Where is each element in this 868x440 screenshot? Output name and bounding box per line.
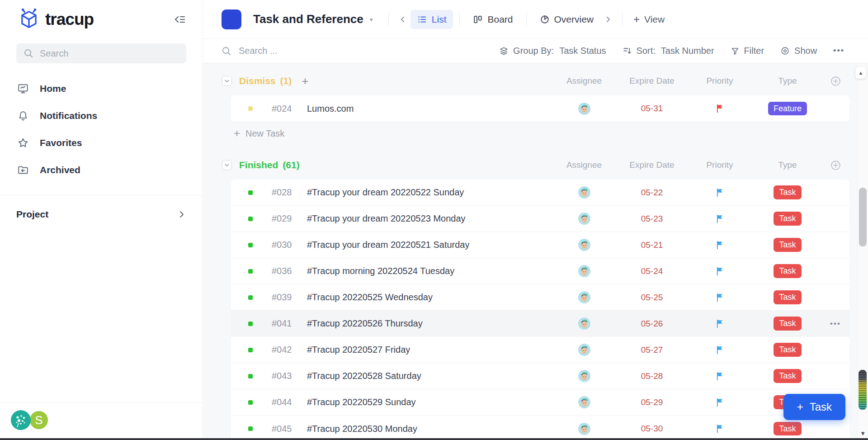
priority-flag-icon[interactable] bbox=[686, 424, 754, 433]
task-row[interactable]: #039 #Tracup 20220525 Wednesday 05-25 Ta… bbox=[231, 284, 849, 311]
group-name[interactable]: Dismiss bbox=[239, 76, 276, 86]
sidebar-item-notifications[interactable]: Notifications bbox=[0, 102, 203, 129]
task-group: Dismiss (1) + AssigneeExpire DatePriorit… bbox=[222, 72, 849, 156]
user-avatar[interactable]: S bbox=[29, 410, 49, 430]
priority-flag-icon[interactable] bbox=[686, 104, 754, 113]
task-row[interactable]: #036 #Tracup morning 20220524 Tuesday 05… bbox=[231, 258, 849, 284]
priority-flag-icon[interactable] bbox=[686, 293, 754, 302]
sidebar-item-label: Favorites bbox=[40, 137, 82, 148]
column-header[interactable]: Priority bbox=[686, 160, 754, 170]
task-title: #Tracup 20220525 Wednesday bbox=[307, 292, 550, 303]
priority-flag-icon[interactable] bbox=[686, 345, 754, 355]
task-title: #Tracup morning 20220524 Tuesday bbox=[307, 266, 550, 276]
collapse-sidebar-icon[interactable] bbox=[174, 14, 186, 25]
task-search-input[interactable] bbox=[238, 45, 373, 57]
sidebar-item-archived[interactable]: Archived bbox=[0, 156, 203, 184]
chevron-down-icon[interactable]: ▾ bbox=[370, 16, 373, 23]
group-name[interactable]: Finished bbox=[239, 160, 278, 170]
topbar: Task and Reference ▾ List Board bbox=[203, 0, 868, 39]
scrollbar-thumb[interactable] bbox=[859, 188, 867, 246]
group-collapse-toggle[interactable] bbox=[222, 160, 232, 170]
tabs-scroll-right-button[interactable] bbox=[600, 15, 616, 24]
task-row[interactable]: #030 #Tracup your dream 20220521 Saturda… bbox=[231, 232, 849, 258]
group-collapse-toggle[interactable] bbox=[222, 76, 232, 86]
status-dot bbox=[248, 426, 253, 431]
sidebar-search[interactable] bbox=[16, 43, 186, 63]
column-header[interactable]: Assignee bbox=[550, 160, 618, 170]
assignee-avatar[interactable] bbox=[550, 213, 618, 225]
column-header[interactable]: Type bbox=[754, 76, 821, 86]
column-header[interactable]: Priority bbox=[686, 76, 754, 86]
task-search[interactable] bbox=[222, 45, 373, 57]
row-more-button[interactable]: ••• bbox=[821, 319, 849, 328]
filter-control[interactable]: Filter bbox=[731, 46, 764, 56]
column-header[interactable]: Assignee bbox=[550, 76, 618, 86]
type-badge: Task bbox=[774, 422, 801, 436]
scrollbar-marker-thumb[interactable] bbox=[859, 370, 867, 410]
task-row[interactable]: #043 #Tracup 20220528 Saturday 05-28 Tas… bbox=[231, 363, 849, 389]
priority-flag-icon[interactable] bbox=[686, 241, 754, 250]
task-row[interactable]: #029 #Tracup your dream 20220523 Monday … bbox=[231, 206, 849, 232]
scroll-up-button[interactable]: ▲ bbox=[855, 67, 866, 79]
task-row[interactable]: #041 #Tracup 20220526 Thursday 05-26 Tas… bbox=[231, 311, 849, 337]
priority-flag-icon[interactable] bbox=[686, 398, 754, 407]
priority-flag-icon[interactable] bbox=[686, 188, 754, 197]
priority-flag-icon[interactable] bbox=[686, 214, 754, 223]
priority-flag-icon[interactable] bbox=[686, 372, 754, 381]
tab-board[interactable]: Board bbox=[466, 10, 519, 29]
assignee-avatar[interactable] bbox=[550, 265, 618, 277]
assignee-avatar[interactable] bbox=[550, 344, 618, 356]
plus-icon: + bbox=[633, 14, 640, 25]
group-by-control[interactable]: Group By: Task Status bbox=[499, 46, 606, 56]
add-column-button[interactable] bbox=[830, 160, 841, 170]
assignee-avatar[interactable] bbox=[550, 423, 618, 435]
task-list-content: Dismiss (1) + AssigneeExpire DatePriorit… bbox=[203, 64, 857, 438]
task-id: #039 bbox=[272, 292, 299, 303]
tabs-scroll-left-button[interactable] bbox=[395, 15, 410, 24]
group-add-task-button[interactable]: + bbox=[302, 75, 308, 87]
expire-date: 05-25 bbox=[618, 293, 686, 303]
assignee-avatar[interactable] bbox=[550, 186, 618, 199]
assignee-avatar[interactable] bbox=[550, 103, 618, 115]
tab-list[interactable]: List bbox=[410, 10, 453, 29]
organization-avatar[interactable] bbox=[11, 410, 31, 430]
task-row[interactable]: #028 #Tracup your dream 20220522 Sunday … bbox=[231, 180, 849, 206]
tab-overview[interactable]: Overview bbox=[533, 10, 601, 29]
priority-flag-icon[interactable] bbox=[686, 319, 754, 328]
add-view-button[interactable]: + View bbox=[629, 14, 669, 25]
add-column-button[interactable] bbox=[830, 76, 841, 86]
show-control[interactable]: Show bbox=[780, 46, 817, 56]
list-toolbar: Group By: Task Status Sort: Task Number … bbox=[203, 39, 868, 63]
sidebar-item-project[interactable]: Project bbox=[0, 200, 203, 228]
assignee-avatar[interactable] bbox=[550, 239, 618, 251]
task-row[interactable]: #042 #Tracup 20220527 Friday 05-27 Task … bbox=[231, 337, 849, 363]
column-header[interactable]: Expire Date bbox=[618, 76, 686, 86]
sidebar-search-input[interactable] bbox=[39, 48, 179, 59]
sidebar-item-favorites[interactable]: Favorites bbox=[0, 129, 203, 156]
assignee-avatar[interactable] bbox=[550, 317, 618, 330]
new-task-button[interactable]: + New Task bbox=[234, 124, 849, 142]
assignee-avatar[interactable] bbox=[550, 370, 618, 382]
sidebar-footer: S bbox=[0, 402, 203, 438]
task-title: #Tracup 20220527 Friday bbox=[307, 345, 550, 355]
task-row[interactable]: #044 #Tracup 20220529 Sunday 05-29 Task … bbox=[231, 389, 849, 416]
project-color-icon[interactable] bbox=[222, 9, 241, 29]
sort-control[interactable]: Sort: Task Number bbox=[623, 46, 714, 56]
column-header[interactable]: Type bbox=[754, 160, 821, 170]
sidebar-item-home[interactable]: Home bbox=[0, 75, 203, 102]
group-card: #028 #Tracup your dream 20220522 Sunday … bbox=[231, 180, 849, 438]
column-header[interactable]: Expire Date bbox=[618, 160, 686, 170]
scroll-down-button[interactable]: ▼ bbox=[860, 431, 866, 436]
assignee-avatar[interactable] bbox=[550, 396, 618, 408]
filter-label: Filter bbox=[744, 46, 764, 56]
toolbar-more-button[interactable]: ••• bbox=[833, 46, 844, 56]
sidebar-nav: Home Notifications Favorites bbox=[0, 75, 203, 184]
assignee-avatar[interactable] bbox=[550, 291, 618, 303]
task-row[interactable]: #024 Lumos.com 05-31 Feature ••• bbox=[231, 95, 849, 122]
priority-flag-icon[interactable] bbox=[686, 267, 754, 276]
add-task-floating-button[interactable]: + Task bbox=[783, 394, 845, 420]
status-dot bbox=[248, 322, 253, 326]
task-row[interactable]: #045 #Tracup 20220530 Monday 05-30 Task … bbox=[231, 416, 849, 438]
plus-icon: + bbox=[234, 128, 240, 139]
task-title: #Tracup 20220530 Monday bbox=[307, 424, 550, 434]
